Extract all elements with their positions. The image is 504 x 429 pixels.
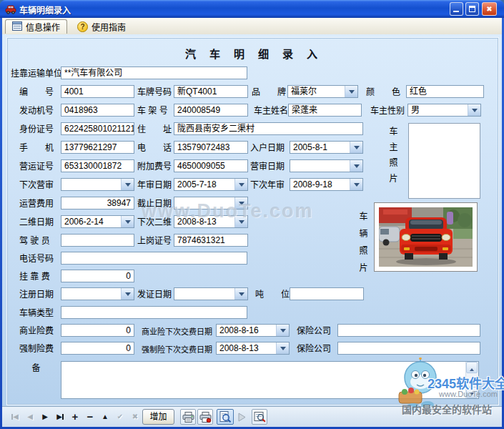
- print-setup-button[interactable]: [197, 409, 213, 425]
- id-no-field[interactable]: 622425801021121: [61, 122, 134, 135]
- vehicle-photo-label: 车辆照片: [357, 212, 369, 280]
- commercial-fee-field[interactable]: 0: [61, 324, 134, 337]
- driver-field[interactable]: [61, 234, 134, 247]
- maint-date-combo[interactable]: 2006-2-14: [61, 215, 134, 228]
- scroll-up-icon[interactable]: [466, 362, 478, 373]
- brand-combo[interactable]: 福莱尔: [287, 85, 358, 98]
- issue-date-combo[interactable]: [174, 287, 248, 300]
- tonnage-field[interactable]: [290, 287, 364, 300]
- next-annual-review-combo[interactable]: 2008-9-18: [290, 178, 363, 191]
- app-car-icon: [5, 4, 16, 15]
- cross-icon: ✖: [132, 413, 138, 420]
- maint-date-label: 二维日期: [19, 217, 54, 227]
- owner-name-field[interactable]: 梁蓬来: [288, 104, 362, 117]
- close-icon: ✖: [486, 5, 492, 13]
- nav-cancel-button[interactable]: ✖: [128, 409, 142, 425]
- chevron-down-icon[interactable]: [234, 197, 247, 209]
- chevron-down-icon[interactable]: [234, 288, 247, 300]
- maximize-button[interactable]: [465, 2, 479, 16]
- play-button[interactable]: [236, 409, 247, 425]
- register-date-combo[interactable]: [61, 287, 134, 300]
- op-review-combo[interactable]: [290, 159, 363, 172]
- nav-next-icon: ▶: [42, 413, 48, 420]
- minimize-button[interactable]: [450, 2, 463, 16]
- compulsory-next-date-combo[interactable]: 2008-8-13: [216, 342, 290, 355]
- print-button[interactable]: [180, 409, 196, 425]
- entry-date-combo[interactable]: 2005-8-1: [290, 141, 363, 154]
- address-field[interactable]: 陇西县南安乡二渠村: [174, 122, 363, 135]
- mobile-field[interactable]: 13779621297: [61, 141, 134, 154]
- number-field[interactable]: 4001: [61, 85, 134, 98]
- tab-info-operations[interactable]: 信息操作: [5, 19, 67, 34]
- chevron-down-icon[interactable]: [234, 179, 247, 190]
- next-op-review-combo[interactable]: [61, 178, 134, 191]
- color-field[interactable]: 红色: [406, 85, 484, 98]
- phone-no2-field[interactable]: [61, 252, 247, 265]
- close-button[interactable]: ✖: [482, 2, 497, 16]
- chevron-down-icon[interactable]: [468, 104, 480, 116]
- phone-field[interactable]: 13579072483: [174, 141, 248, 154]
- form-title: 汽 车 明 细 录 入: [61, 46, 443, 61]
- compulsory-insurer-field[interactable]: [337, 342, 480, 355]
- chevron-down-icon[interactable]: [276, 342, 289, 354]
- frame-no-field[interactable]: 240008549: [174, 104, 248, 117]
- add-button[interactable]: 增加: [142, 409, 174, 425]
- commercial-next-date-combo[interactable]: 2008-8-16: [216, 324, 290, 337]
- commercial-insurer-field[interactable]: [337, 324, 480, 337]
- vehicle-type-field[interactable]: [61, 306, 247, 319]
- surcharge-field[interactable]: 4650009055: [174, 159, 248, 172]
- tab-bar: 信息操作 ? 使用指南: [2, 18, 502, 35]
- plate-field[interactable]: 新QT4001: [174, 85, 248, 98]
- owner-photo-label: 车主照片: [387, 127, 399, 189]
- chevron-down-icon[interactable]: [121, 179, 134, 190]
- address-label: 住 址: [137, 124, 172, 134]
- chevron-down-icon[interactable]: [350, 179, 362, 190]
- print-preview-button[interactable]: [217, 409, 234, 425]
- affiliation-fee-field[interactable]: 0: [61, 270, 134, 282]
- work-cert-field[interactable]: 7874631321: [174, 234, 248, 247]
- operating-fee-field[interactable]: 38947: [61, 197, 134, 209]
- affiliation-fee-label: 挂 靠 费: [19, 272, 50, 282]
- search-icon: [254, 411, 266, 423]
- nav-last-button[interactable]: ▶: [53, 409, 67, 425]
- next-maint-combo[interactable]: 2008-8-13: [174, 215, 248, 228]
- id-no-label: 身份证号: [19, 124, 54, 134]
- annual-review-label: 年审日期: [137, 180, 172, 190]
- deadline-combo[interactable]: [174, 197, 248, 209]
- compulsory-fee-field[interactable]: 0: [61, 342, 134, 355]
- nav-last-icon: ▶: [56, 413, 64, 420]
- unit-field[interactable]: **汽车有限公司: [61, 66, 247, 79]
- chevron-down-icon[interactable]: [350, 160, 362, 172]
- chevron-down-icon[interactable]: [234, 216, 247, 227]
- nav-delete-button[interactable]: −: [83, 409, 97, 425]
- nav-post-button[interactable]: ✔: [113, 409, 127, 425]
- plus-icon: +: [72, 410, 79, 423]
- remarks-textarea[interactable]: [61, 361, 479, 399]
- printer-settings-icon: [199, 412, 212, 423]
- annual-review-combo[interactable]: 2005-7-18: [174, 178, 248, 191]
- tab-user-guide[interactable]: ? 使用指南: [71, 19, 132, 34]
- engine-no-field[interactable]: 0418963: [61, 104, 134, 117]
- nav-first-button[interactable]: ◀: [8, 409, 22, 425]
- owner-gender-combo[interactable]: 男: [407, 104, 481, 117]
- chevron-down-icon[interactable]: [345, 86, 357, 97]
- nav-next-button[interactable]: ▶: [38, 409, 52, 425]
- help-icon: ?: [77, 21, 88, 32]
- nav-edit-button[interactable]: ▲: [98, 409, 112, 425]
- work-cert-label: 上岗证号: [137, 236, 172, 246]
- vehicle-type-label: 车辆类型: [19, 308, 54, 318]
- brand-label: 品 牌: [252, 87, 286, 97]
- nav-insert-button[interactable]: +: [68, 409, 82, 425]
- chevron-down-icon[interactable]: [276, 325, 289, 336]
- nav-prior-button[interactable]: ◀: [23, 409, 37, 425]
- driver-label: 驾 驶 员: [19, 236, 50, 246]
- operating-fee-label: 运营费用: [19, 199, 54, 209]
- op-cert-field[interactable]: 653130001872: [61, 159, 134, 172]
- chevron-down-icon[interactable]: [121, 216, 134, 227]
- next-op-review-label: 下次营审: [19, 180, 54, 190]
- chevron-down-icon[interactable]: [121, 288, 134, 300]
- chevron-down-icon[interactable]: [350, 142, 362, 153]
- data-search-button[interactable]: [252, 409, 267, 425]
- red-car-photo: [379, 207, 473, 267]
- compulsory-next-date-label: 强制险下次交费日期: [142, 345, 212, 355]
